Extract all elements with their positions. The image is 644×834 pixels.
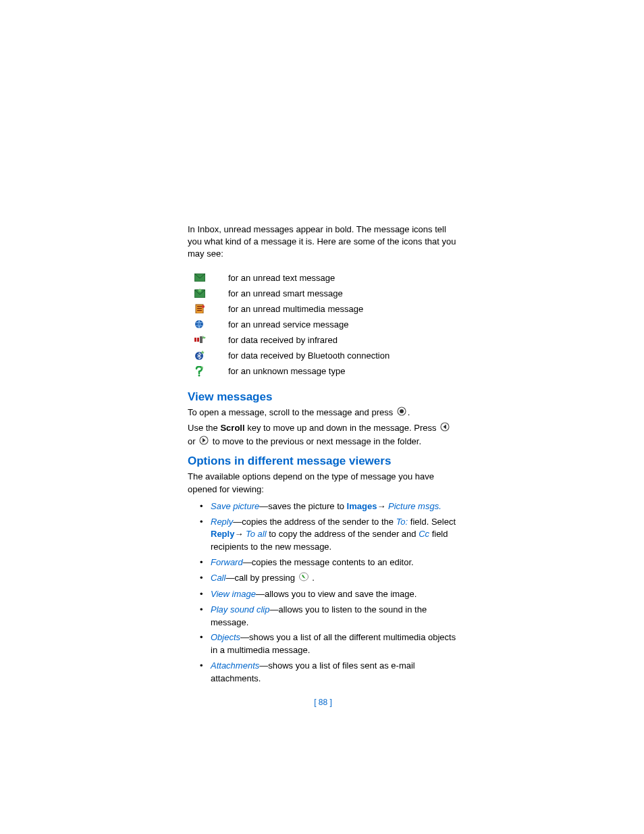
icon-label: for an unread service message	[228, 317, 458, 332]
call-key-icon	[299, 572, 308, 585]
list-item: Save picture—saves the picture to Images…	[200, 500, 458, 513]
svg-point-7	[202, 305, 205, 308]
intro-text: In Inbox, unread messages appear in bold…	[188, 224, 458, 261]
table-row: for data received by Bluetooth connectio…	[188, 348, 458, 363]
svg-rect-4	[197, 306, 202, 307]
table-row: for an unread smart message	[188, 286, 458, 301]
list-item: Attachments—shows you a list of files se…	[200, 660, 458, 685]
table-row: for an unread service message	[188, 317, 458, 332]
icon-label: for data received by infrared	[228, 332, 458, 348]
unread-service-icon	[188, 317, 228, 332]
scroll-left-icon	[440, 422, 450, 436]
unread-smart-icon	[188, 286, 228, 301]
unread-mms-icon	[188, 301, 228, 317]
options-heading: Options in different message viewers	[188, 454, 458, 468]
unread-text-icon	[188, 270, 228, 286]
table-row: for an unread multimedia message	[188, 301, 458, 317]
list-item: Play sound clip—allows you to listen to …	[200, 604, 458, 629]
open-message-text: To open a message, scroll to the message…	[188, 407, 458, 420]
unknown-msg-icon	[188, 363, 228, 380]
svg-rect-5	[197, 308, 202, 309]
svg-point-8	[195, 320, 203, 328]
svg-point-15	[198, 374, 200, 376]
list-item: View image—allows you to view and save t…	[200, 588, 458, 601]
icon-label: for an unknown message type	[228, 363, 458, 380]
options-intro: The available options depend on the type…	[188, 471, 458, 496]
list-item: Reply—copies the address of the sender t…	[200, 516, 458, 554]
table-row: for an unknown message type	[188, 363, 458, 380]
table-row: for data received by infrared	[188, 332, 458, 348]
table-row: for an unread text message	[188, 270, 458, 286]
svg-point-18	[400, 409, 404, 413]
list-item: Forward—copies the message contents to a…	[200, 556, 458, 569]
svg-rect-9	[194, 338, 196, 342]
options-list: Save picture—saves the picture to Images…	[200, 500, 458, 685]
page-content: In Inbox, unread messages appear in bold…	[0, 0, 644, 707]
bluetooth-icon	[188, 348, 228, 363]
icon-label: for an unread smart message	[228, 286, 458, 301]
svg-rect-11	[200, 336, 203, 343]
icon-legend-table: for an unread text message for an unread…	[188, 270, 458, 380]
icon-label: for an unread text message	[228, 270, 458, 286]
svg-rect-6	[197, 310, 202, 311]
list-item: Call—call by pressing .	[200, 572, 458, 585]
scroll-right-icon	[199, 436, 209, 449]
page-number: [ 88 ]	[188, 698, 458, 707]
view-messages-heading: View messages	[188, 390, 458, 404]
svg-rect-10	[197, 338, 199, 342]
list-item: Objects—shows you a list of all the diff…	[200, 631, 458, 657]
scroll-press-icon	[397, 407, 406, 420]
icon-label: for data received by Bluetooth connectio…	[228, 348, 458, 363]
icon-label: for an unread multimedia message	[228, 301, 458, 317]
scroll-key-text: Use the Scroll key to move up and down i…	[188, 422, 458, 449]
infrared-icon	[188, 332, 228, 348]
